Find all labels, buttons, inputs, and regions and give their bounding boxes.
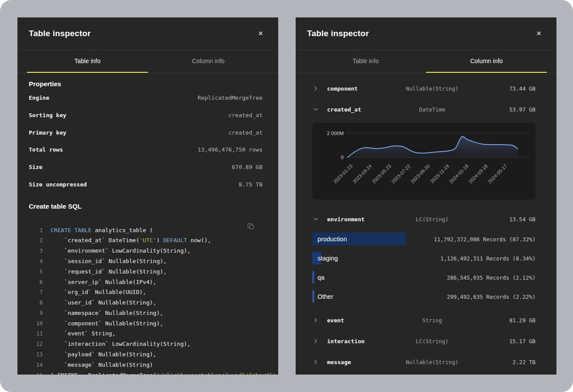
- column-name: interaction: [327, 338, 365, 345]
- property-label: Size uncompressed: [29, 181, 87, 188]
- line-number: 2: [29, 237, 43, 243]
- dialog-title: Table inspector: [29, 29, 91, 38]
- chevron-right-icon[interactable]: [313, 86, 318, 91]
- line-number: 8: [29, 299, 43, 306]
- svg-text:2023-01-23: 2023-01-23: [332, 163, 353, 184]
- property-value: 670.89 GB: [232, 164, 263, 170]
- sql-code-line: 10 `component` Nullable(String),: [29, 318, 263, 328]
- sql-code-line: 15) ENGINE = ReplicatedMergeTree('/click…: [29, 370, 263, 375]
- column-name: message: [327, 359, 351, 365]
- sql-code-line: 13 `payload` Nullable(String),: [29, 349, 263, 360]
- sql-code-line: 2 `created_at` DateTime('UTC') DEFAULT n…: [29, 235, 263, 246]
- value-row-qa: qa286,545,035 Records (2.12%): [296, 268, 556, 287]
- sql-code-text: `namespace` Nullable(String),: [51, 310, 163, 316]
- property-row: Size670.89 GB: [29, 159, 263, 176]
- column-row-component[interactable]: componentNullable(String)73.44 GB: [296, 78, 556, 99]
- column-type: LC(String): [416, 216, 448, 223]
- property-label: Total rows: [29, 146, 63, 153]
- property-row: Total rows13,496,476,750 rows: [29, 141, 263, 159]
- column-row-created_at[interactable]: created_atDateTime53.97 GB: [296, 99, 556, 120]
- chevron-down-icon[interactable]: [313, 107, 318, 112]
- column-row-message[interactable]: messageNullable(String)2.22 TB: [296, 351, 556, 372]
- property-value: ReplicatedMergeTree: [198, 95, 263, 101]
- sql-code-text: `server_ip` Nullable(IPv4),: [51, 279, 157, 285]
- svg-text:2024-01-18: 2024-01-18: [448, 163, 469, 184]
- column-histogram-chart: 2 000M02023-01-232023-03-242023-05-23202…: [312, 123, 535, 199]
- sql-code-line: 9 `namespace` Nullable(String),: [29, 308, 263, 318]
- chevron-right-icon[interactable]: [313, 359, 318, 365]
- column-row-interaction[interactable]: interactionLC(String)15.17 GB: [296, 331, 556, 351]
- sql-code-line: 4 `session_id` Nullable(String),: [29, 256, 263, 267]
- column-row-environment[interactable]: environmentLC(String)13.54 GB: [296, 209, 556, 230]
- column-size: 15.17 GB: [509, 338, 535, 345]
- sql-code-text: `request_id` Nullable(String),: [51, 268, 167, 275]
- sql-code-text: `session_id` Nullable(String),: [51, 258, 167, 264]
- chevron-down-icon[interactable]: [313, 216, 318, 222]
- property-value: 8.75 TB: [239, 181, 263, 188]
- value-label: qa: [317, 274, 324, 281]
- sql-code-text: `event` String,: [51, 330, 116, 337]
- close-icon[interactable]: ✕: [256, 29, 265, 39]
- property-row: Sorting keycreated_at: [29, 107, 263, 124]
- sql-code-line: 5 `request_id` Nullable(String),: [29, 266, 263, 277]
- svg-text:2023-11-19: 2023-11-19: [429, 163, 450, 184]
- column-name: environment: [327, 216, 365, 223]
- sql-code-text: `created_at` DateTime('UTC') DEFAULT now…: [51, 237, 211, 243]
- value-label: staging: [317, 255, 338, 262]
- property-row: Primary keycreated_at: [29, 124, 263, 141]
- line-number: 3: [29, 247, 43, 254]
- property-label: Size: [29, 164, 42, 170]
- line-number: 14: [29, 362, 43, 368]
- column-type: Nullable(String): [406, 85, 458, 92]
- sql-code-line: 3 `environment` LowCardinality(String),: [29, 246, 263, 256]
- chevron-right-icon[interactable]: [313, 318, 318, 323]
- tab-table-info[interactable]: Table info: [27, 50, 148, 73]
- svg-text:2023-03-24: 2023-03-24: [351, 163, 372, 184]
- chevron-right-icon[interactable]: [313, 338, 318, 344]
- line-number: 6: [29, 279, 43, 285]
- sql-code-line: 14 `message` Nullable(String): [29, 359, 263, 370]
- sql-code-text: `payload` Nullable(String),: [51, 351, 157, 358]
- tab-column-info[interactable]: Column info: [148, 50, 269, 73]
- line-number: 15: [29, 372, 43, 375]
- column-list: componentNullable(String)73.44 GBcreated…: [296, 73, 556, 372]
- column-size: 73.44 GB: [509, 85, 535, 92]
- created-at-distribution-chart: 2 000M02023-01-232023-03-242023-05-23202…: [312, 123, 535, 199]
- copy-icon[interactable]: [248, 222, 256, 231]
- sql-code-line: 12 `interaction` LowCardinality(String),: [29, 339, 263, 349]
- line-number: 12: [29, 341, 43, 347]
- property-row: EngineReplicatedMergeTree: [29, 89, 263, 107]
- value-label: production: [317, 236, 347, 243]
- sql-code-text: CREATE TABLE analytics_table (: [51, 227, 153, 233]
- tab-bar: Table info Column info: [17, 50, 278, 73]
- value-record-count: 286,545,035 Records (2.12%): [447, 274, 535, 281]
- sql-code-block: 1CREATE TABLE analytics_table (2 `create…: [29, 225, 263, 375]
- dialog-header: Table inspector ✕: [17, 17, 278, 50]
- sql-code-text: `interaction` LowCardinality(String),: [51, 341, 191, 347]
- tab-bar: Table info Column info: [296, 50, 556, 73]
- line-number: 10: [29, 320, 43, 327]
- table-inspector-dialog-right: Table inspector ✕ Table info Column info…: [296, 17, 556, 375]
- close-icon[interactable]: ✕: [534, 29, 543, 39]
- sql-code-text: `user_id` Nullable(String),: [51, 299, 157, 306]
- property-label: Sorting key: [29, 112, 66, 118]
- svg-text:2023-09-20: 2023-09-20: [409, 163, 430, 184]
- value-row-production: production11,792,372,086 Records (87.32%…: [296, 230, 556, 249]
- value-bar: [312, 290, 314, 303]
- sql-code-text: `component` Nullable(String),: [51, 320, 163, 327]
- line-number: 5: [29, 268, 43, 275]
- dialog-title: Table inspector: [307, 29, 369, 38]
- column-size: 53.97 GB: [509, 106, 535, 113]
- column-row-event[interactable]: eventString81.29 GB: [296, 310, 556, 331]
- svg-text:2024-03-18: 2024-03-18: [467, 163, 488, 184]
- sql-code-text: `message` Nullable(String): [51, 362, 153, 368]
- svg-text:2 000M: 2 000M: [327, 131, 344, 136]
- svg-text:2023-05-23: 2023-05-23: [371, 163, 392, 184]
- property-value: created_at: [229, 112, 263, 118]
- value-record-count: 299,492,635 Records (2.22%): [447, 294, 535, 300]
- sql-code-line: 8 `user_id` Nullable(String),: [29, 297, 263, 308]
- tab-table-info[interactable]: Table info: [305, 50, 426, 73]
- column-name: created_at: [327, 106, 361, 113]
- tab-column-info[interactable]: Column info: [426, 50, 547, 73]
- svg-text:2023-07-22: 2023-07-22: [390, 163, 411, 184]
